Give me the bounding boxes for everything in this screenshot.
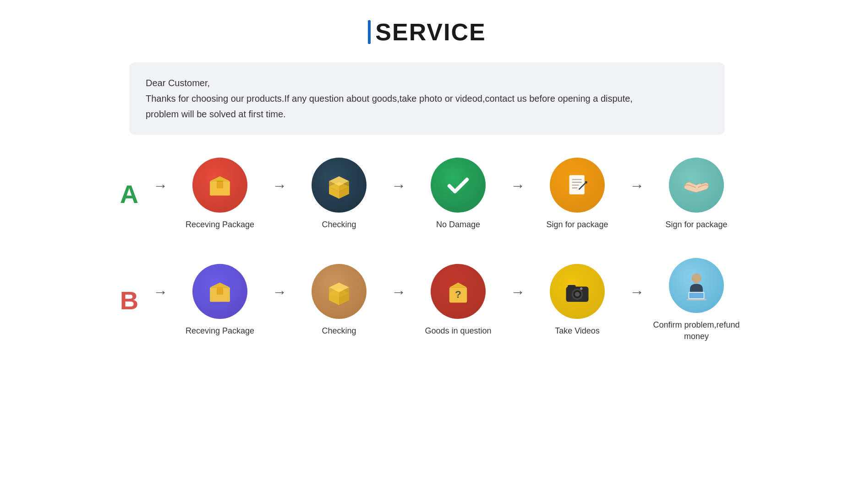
step-b5-label: Confirm problem,refund money — [650, 319, 743, 342]
row-a-label: A — [111, 179, 148, 209]
flow-row-b: B → Receving Package → — [111, 258, 743, 342]
svg-marker-18 — [210, 283, 230, 288]
svg-point-35 — [692, 274, 701, 283]
svg-rect-38 — [686, 299, 706, 301]
step-a1-circle — [192, 158, 247, 213]
title-bar — [368, 20, 371, 44]
step-a3: No Damage — [411, 158, 505, 230]
step-b3: ? Goods in question — [411, 264, 505, 337]
notice-box: Dear Customer, Thanks for choosing our p… — [129, 62, 725, 135]
step-b4: Take Videos — [531, 264, 624, 337]
sign-icon — [561, 169, 593, 201]
checkmark-icon — [442, 169, 474, 201]
step-b3-label: Goods in question — [425, 325, 491, 337]
camera-icon — [561, 275, 593, 307]
step-a2: Checking — [292, 158, 386, 230]
step-a2-label: Checking — [322, 219, 356, 230]
step-a4-circle — [550, 158, 605, 213]
arrow-b3: → — [505, 284, 531, 301]
arrow-b0: → — [148, 284, 173, 301]
step-b4-circle — [550, 264, 605, 319]
step-a1-label: Receving Package — [186, 219, 254, 230]
svg-rect-19 — [217, 287, 223, 295]
arrow-a3: → — [505, 177, 531, 194]
step-b5: Confirm problem,refund money — [650, 258, 743, 342]
person-laptop-icon — [680, 269, 712, 301]
flow-row-a: A → Receving Package → — [111, 158, 743, 230]
handshake-icon — [680, 169, 712, 201]
step-a1: Receving Package — [173, 158, 267, 230]
step-a2-circle — [312, 158, 367, 213]
step-b1-label: Receving Package — [186, 325, 254, 337]
step-a3-label: No Damage — [436, 219, 480, 230]
step-b2-circle — [312, 264, 367, 319]
step-b2-label: Checking — [322, 325, 356, 337]
step-b4-label: Take Videos — [555, 325, 600, 337]
step-b1: Receving Package — [173, 264, 267, 337]
step-a4: Sign for package — [531, 158, 624, 230]
svg-point-34 — [580, 287, 582, 290]
svg-marker-27 — [449, 283, 467, 288]
step-a5: Sign for package — [650, 158, 743, 230]
arrow-a0: → — [148, 177, 173, 194]
package-icon — [204, 169, 236, 201]
svg-marker-1 — [210, 176, 230, 181]
svg-rect-30 — [568, 285, 576, 288]
step-a4-label: Sign for package — [546, 219, 608, 230]
step-a3-circle — [431, 158, 486, 213]
svg-point-33 — [575, 292, 580, 297]
page-title-container: SERVICE — [368, 18, 486, 46]
step-a5-circle — [669, 158, 724, 213]
notice-line3: problem will be solved at first time. — [146, 106, 708, 122]
arrow-b1: → — [267, 284, 292, 301]
arrow-b2: → — [386, 284, 411, 301]
step-b5-circle — [669, 258, 724, 313]
notice-line2: Thanks for choosing our products.If any … — [146, 91, 708, 106]
flow-section: A → Receving Package → — [111, 158, 743, 343]
page-title: SERVICE — [375, 18, 486, 46]
open-box-icon-b — [323, 275, 355, 307]
row-b-label: B — [111, 285, 148, 315]
step-b3-circle: ? — [431, 264, 486, 319]
step-b2: Checking — [292, 264, 386, 337]
svg-rect-37 — [689, 293, 704, 298]
arrow-a1: → — [267, 177, 292, 194]
package-icon-b — [204, 275, 236, 307]
notice-line1: Dear Customer, — [146, 75, 708, 91]
open-box-icon-a — [323, 169, 355, 201]
arrow-a4: → — [624, 177, 650, 194]
step-b1-circle — [192, 264, 247, 319]
arrow-a2: → — [386, 177, 411, 194]
arrow-b4: → — [624, 284, 650, 301]
step-a5-label: Sign for package — [665, 219, 727, 230]
svg-text:?: ? — [455, 288, 461, 300]
question-box-icon: ? — [442, 275, 474, 307]
svg-point-16 — [585, 181, 587, 183]
svg-rect-2 — [217, 181, 223, 188]
